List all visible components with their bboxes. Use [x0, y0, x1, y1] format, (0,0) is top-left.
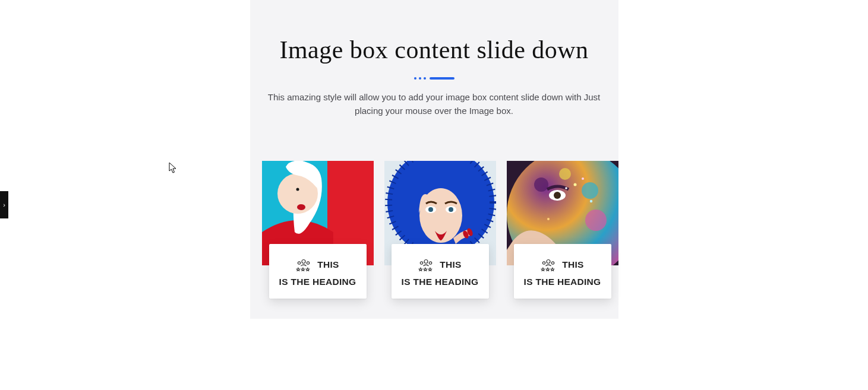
card-caption: THIS IS THE HEADING	[514, 244, 611, 299]
svg-point-19	[421, 261, 423, 264]
card-heading-line2: IS THE HEADING	[522, 276, 603, 288]
svg-point-23	[534, 177, 548, 192]
svg-point-26	[585, 210, 607, 231]
svg-point-35	[543, 261, 545, 264]
image-box-card[interactable]: THIS IS THE HEADING	[507, 161, 618, 265]
svg-point-7	[307, 261, 310, 264]
svg-point-5	[302, 259, 305, 263]
group-stars-icon	[418, 258, 434, 271]
divider-decoration	[250, 77, 618, 80]
section-panel: Image box content slide down This amazin…	[250, 0, 618, 319]
card-heading-line1: THIS	[562, 259, 584, 270]
section-description: This amazing style will allow you to add…	[268, 90, 601, 118]
svg-point-18	[424, 259, 428, 263]
card-heading-line2: IS THE HEADING	[400, 276, 481, 288]
svg-point-30	[582, 177, 584, 180]
svg-point-33	[547, 218, 550, 220]
chevron-right-icon: ›	[3, 201, 5, 208]
svg-point-28	[554, 192, 561, 199]
svg-point-31	[589, 199, 592, 202]
svg-point-24	[559, 168, 571, 180]
card-heading-line2: IS THE HEADING	[277, 276, 358, 288]
svg-point-36	[552, 261, 554, 264]
svg-point-29	[573, 183, 576, 186]
svg-point-25	[582, 182, 598, 199]
side-expand-tab[interactable]: ›	[0, 191, 8, 218]
card-caption: THIS IS THE HEADING	[269, 244, 367, 299]
svg-point-3	[297, 204, 305, 210]
card-caption: THIS IS THE HEADING	[392, 244, 489, 299]
section-title: Image box content slide down	[250, 36, 618, 64]
svg-point-14	[428, 207, 433, 212]
card-heading-line1: THIS	[440, 259, 462, 270]
svg-point-15	[449, 207, 453, 212]
image-box-card[interactable]: THIS IS THE HEADING	[384, 161, 496, 265]
svg-point-6	[298, 261, 301, 264]
group-stars-icon	[541, 258, 556, 271]
group-stars-icon	[296, 258, 311, 271]
svg-point-34	[547, 259, 550, 263]
image-box-row: THIS IS THE HEADING	[262, 161, 607, 265]
card-heading-line1: THIS	[317, 259, 339, 270]
svg-point-20	[430, 261, 432, 264]
svg-point-32	[565, 187, 567, 189]
svg-point-4	[296, 188, 299, 191]
image-box-card[interactable]: THIS IS THE HEADING	[262, 161, 374, 265]
